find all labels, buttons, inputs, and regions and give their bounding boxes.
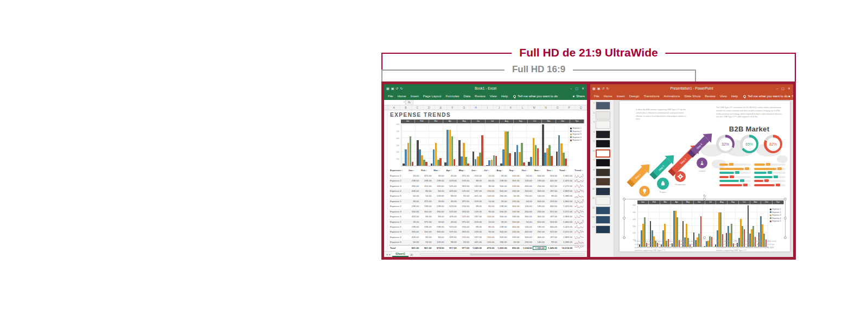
maximize-button[interactable]: ▢ <box>575 87 578 90</box>
value-cell[interactable]: 98.00 <box>470 179 483 182</box>
value-cell[interactable]: 140.00 <box>533 241 546 243</box>
value-cell[interactable]: 80.00 <box>483 225 495 228</box>
slide-thumbnail-8[interactable]: 8 <box>591 168 612 177</box>
trend-sparkline[interactable] <box>573 204 584 208</box>
value-cell[interactable]: 150.00 <box>483 215 495 218</box>
value-cell[interactable]: 90.00 <box>483 210 495 213</box>
value-cell[interactable]: 150.00 <box>420 185 432 187</box>
row-total-cell[interactable]: 2,072.00 <box>558 210 573 213</box>
header-jun[interactable]: Jun▾ <box>470 169 483 172</box>
value-cell[interactable]: 140.00 <box>483 194 495 197</box>
value-cell[interactable]: 400.00 <box>521 185 533 187</box>
value-cell[interactable]: 375.00 <box>420 200 432 203</box>
value-cell[interactable]: 239.00 <box>495 205 508 208</box>
value-cell[interactable]: 54.00 <box>521 200 533 203</box>
value-cell[interactable]: 54.00 <box>407 241 420 243</box>
value-cell[interactable]: 54.00 <box>420 194 432 197</box>
value-cell[interactable]: 140.00 <box>533 194 546 197</box>
value-cell[interactable]: 250.00 <box>533 185 546 187</box>
value-cell[interactable]: 375.00 <box>458 174 470 177</box>
value-cell[interactable]: 99.00 <box>546 241 558 243</box>
column-header-I[interactable]: I <box>482 105 494 110</box>
value-cell[interactable]: 54.00 <box>420 241 432 243</box>
value-cell[interactable]: 98.00 <box>470 205 483 208</box>
value-cell[interactable]: 300.00 <box>508 205 520 208</box>
value-cell[interactable]: 187.00 <box>470 215 483 218</box>
ribbon-tab-insert[interactable]: Insert <box>615 92 627 100</box>
value-cell[interactable]: 200.00 <box>508 210 520 213</box>
value-cell[interactable]: 203.00 <box>470 221 483 223</box>
value-cell[interactable]: 330.00 <box>508 215 520 218</box>
row-total-cell[interactable]: 2,869.00 <box>558 236 573 238</box>
value-cell[interactable]: 150.00 <box>420 210 432 213</box>
value-cell[interactable]: 238.00 <box>420 225 432 228</box>
redo-icon[interactable]: ↻ <box>606 87 609 90</box>
value-cell[interactable]: 330.00 <box>432 230 445 233</box>
value-cell[interactable]: 10.00 <box>483 221 495 223</box>
value-cell[interactable]: 238.00 <box>407 179 420 182</box>
value-cell[interactable]: 300.00 <box>533 215 546 218</box>
row-label[interactable]: Expense 2 <box>389 205 407 208</box>
value-cell[interactable]: 300.00 <box>521 215 533 218</box>
value-cell[interactable]: 125.00 <box>458 236 470 238</box>
value-cell[interactable]: 600.00 <box>533 200 546 203</box>
value-cell[interactable]: 33.00 <box>407 174 420 177</box>
column-header-C[interactable]: C <box>412 105 424 110</box>
row-total-cell[interactable]: 2,072.00 <box>558 185 573 187</box>
column-header-L[interactable]: L <box>517 105 529 110</box>
value-cell[interactable]: 322.00 <box>546 185 558 187</box>
column-header-N[interactable]: N <box>540 105 552 110</box>
value-cell[interactable]: 33.00 <box>495 174 508 177</box>
ribbon-tab-transitions[interactable]: Transitions <box>641 92 661 100</box>
value-cell[interactable]: 150.00 <box>483 190 495 192</box>
value-cell[interactable]: 98.00 <box>445 241 458 243</box>
formula-input[interactable] <box>413 100 587 105</box>
row-total-cell[interactable]: 2,425.00 <box>558 205 573 208</box>
total-cell[interactable]: 850.00 <box>508 247 520 249</box>
resize-handle[interactable] <box>623 236 626 239</box>
value-cell[interactable]: 84.00 <box>432 215 445 218</box>
value-cell[interactable]: 238.00 <box>432 179 445 182</box>
header-trend[interactable]: Trend▾ <box>573 169 584 172</box>
trend-sparkline[interactable] <box>573 189 584 193</box>
value-cell[interactable]: 525.00 <box>445 230 458 233</box>
ribbon-tab-review[interactable]: Review <box>703 92 718 100</box>
slide-thumbnail-13[interactable]: 13 <box>591 216 612 224</box>
value-cell[interactable]: 600.00 <box>533 221 546 223</box>
value-cell[interactable]: 330.00 <box>407 230 420 233</box>
value-cell[interactable]: 525.00 <box>445 185 458 187</box>
value-cell[interactable]: 10.00 <box>483 174 495 177</box>
value-cell[interactable]: 500.00 <box>495 236 508 238</box>
row-total-cell[interactable]: 1,588.00 <box>558 194 573 197</box>
value-cell[interactable]: 238.00 <box>407 225 420 228</box>
row-total-cell[interactable]: 1,588.00 <box>558 241 573 243</box>
embedded-chart-selection[interactable]: ↻ JanFebMarAprMayJunJulAugSepOctNovDecTi… <box>624 199 786 238</box>
value-cell[interactable]: 500.00 <box>495 185 508 187</box>
trend-sparkline[interactable] <box>573 225 584 229</box>
ribbon-tab-file[interactable]: File <box>386 92 395 100</box>
row-total-cell[interactable]: 2,425.00 <box>558 179 573 182</box>
ribbon-tab-home[interactable]: Home <box>395 92 409 100</box>
value-cell[interactable]: 300.00 <box>533 236 546 238</box>
undo-icon[interactable]: ↺ <box>395 87 398 90</box>
value-cell[interactable]: 130.00 <box>521 179 533 182</box>
value-cell[interactable]: 400.00 <box>521 210 533 213</box>
value-cell[interactable]: 84.00 <box>432 190 445 192</box>
header-jan[interactable]: Jan▾ <box>407 169 420 172</box>
header-expenses[interactable]: Expenses▾ <box>389 169 407 172</box>
grand-total-cell[interactable]: 10,614.00 <box>558 247 573 249</box>
value-cell[interactable]: 300.00 <box>521 190 533 192</box>
close-button[interactable]: ✕ <box>582 87 584 90</box>
trend-sparkline[interactable] <box>573 240 584 244</box>
slide[interactable]: It offers the B2B monitor supporting USB… <box>620 101 790 252</box>
trend-sparkline[interactable] <box>573 179 584 183</box>
value-cell[interactable]: 187.00 <box>546 236 558 238</box>
slide-thumbnail-14[interactable]: 14 <box>591 225 612 234</box>
row-label[interactable]: Expense 2 <box>389 225 407 228</box>
value-cell[interactable]: 426.00 <box>445 190 458 192</box>
trend-sparkline[interactable] <box>573 184 584 188</box>
ribbon-tab-data[interactable]: Data <box>461 92 473 100</box>
resize-handle[interactable] <box>703 236 706 239</box>
value-cell[interactable]: 109.00 <box>432 241 445 243</box>
excel-tellme[interactable]: Tell me what you want to do <box>513 95 558 98</box>
